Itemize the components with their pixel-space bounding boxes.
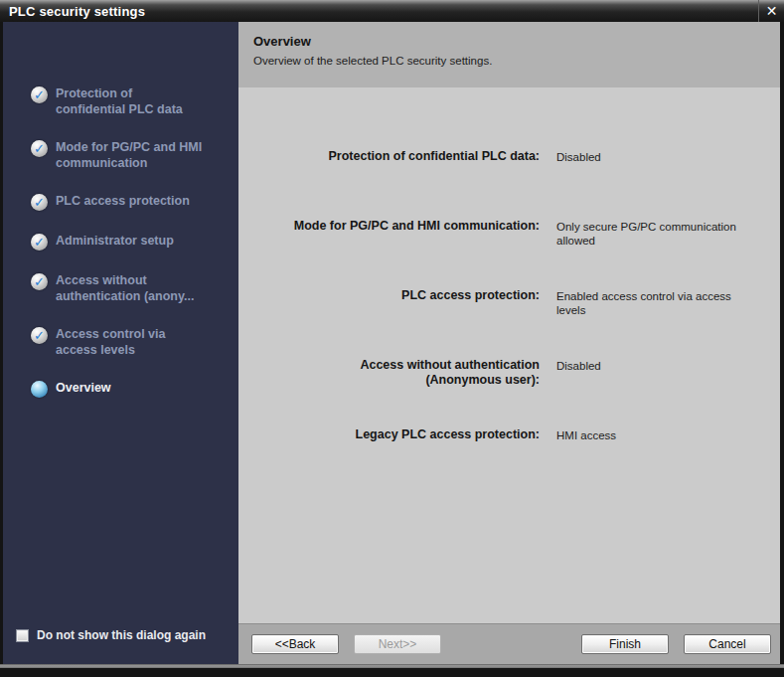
summary-value: Enabled access control via access levels [556, 288, 755, 317]
do-not-show-again-option[interactable]: Do not show this dialog again [16, 628, 206, 642]
step-pgpc-hmi-mode[interactable]: ✓ Mode for PG/PC and HMI communication [31, 139, 238, 171]
summary-value: Disabled [556, 149, 755, 164]
close-icon[interactable]: ✕ [758, 0, 784, 22]
summary-row-legacy-protection: Legacy PLC access protection: HMI access [238, 427, 780, 497]
summary-row-plc-access-protection: PLC access protection: Enabled access co… [238, 288, 780, 358]
summary-value: HMI access [556, 427, 755, 442]
step-label: Mode for PG/PC and HMI communication [56, 139, 202, 171]
summary-value: Only secure PG/PC communication allowed [556, 219, 755, 248]
step-access-control-levels[interactable]: ✓ Access control via access levels [31, 326, 238, 358]
step-completed-icon: ✓ [31, 86, 48, 103]
step-overview[interactable]: Overview [31, 380, 238, 398]
summary-row-anonymous-access: Access without authentication (Anonymous… [238, 358, 780, 427]
cancel-button[interactable]: Cancel [684, 634, 771, 654]
window-title: PLC security settings [0, 4, 145, 19]
do-not-show-again-label: Do not show this dialog again [37, 628, 206, 642]
dialog-bottom-edge [0, 664, 784, 668]
back-button[interactable]: <<Back [251, 634, 339, 654]
step-label: Protection of confidential PLC data [56, 85, 183, 117]
summary-label: Mode for PG/PC and HMI communication: [238, 219, 540, 234]
step-plc-access-protection[interactable]: ✓ PLC access protection [31, 193, 238, 211]
page-description: Overview of the selected PLC security se… [253, 55, 766, 67]
summary-label: PLC access protection: [238, 288, 540, 303]
dialog-body: ✓ Protection of confidential PLC data ✓ … [3, 22, 780, 664]
title-bar: PLC security settings ✕ [0, 0, 784, 22]
step-current-icon [31, 381, 48, 398]
summary-label: Access without authentication (Anonymous… [238, 358, 540, 388]
step-completed-icon: ✓ [31, 234, 48, 251]
wizard-sidebar: ✓ Protection of confidential PLC data ✓ … [3, 22, 238, 664]
main-panel: Overview Overview of the selected PLC se… [238, 22, 780, 664]
summary-value: Disabled [556, 358, 755, 373]
overview-summary: Protection of confidential PLC data: Dis… [238, 87, 780, 623]
summary-label: Protection of confidential PLC data: [238, 149, 540, 164]
step-label: Access without authentication (anony... [56, 272, 194, 304]
summary-label: Legacy PLC access protection: [238, 427, 540, 442]
step-completed-icon: ✓ [31, 327, 48, 344]
step-administrator-setup[interactable]: ✓ Administrator setup [31, 233, 238, 251]
summary-row-confidential-data: Protection of confidential PLC data: Dis… [238, 149, 780, 219]
next-button[interactable]: Next>> [354, 634, 441, 654]
step-protection-confidential-data[interactable]: ✓ Protection of confidential PLC data [31, 85, 238, 117]
wizard-steps: ✓ Protection of confidential PLC data ✓ … [3, 22, 238, 398]
plc-security-settings-dialog: PLC security settings ✕ ✓ Protection of … [0, 0, 784, 677]
page-header: Overview Overview of the selected PLC se… [238, 22, 780, 87]
finish-button[interactable]: Finish [581, 634, 669, 654]
step-label: Overview [56, 380, 111, 396]
do-not-show-again-checkbox[interactable] [16, 629, 29, 642]
step-access-without-auth[interactable]: ✓ Access without authentication (anony..… [31, 272, 238, 304]
step-completed-icon: ✓ [31, 273, 48, 290]
step-completed-icon: ✓ [31, 194, 48, 211]
step-label: Administrator setup [56, 233, 174, 249]
step-completed-icon: ✓ [31, 140, 48, 157]
summary-row-pgpc-hmi-mode: Mode for PG/PC and HMI communication: On… [238, 219, 780, 288]
step-label: Access control via access levels [56, 326, 165, 358]
wizard-button-bar: <<Back Next>> Finish Cancel [238, 623, 780, 664]
step-label: PLC access protection [56, 193, 190, 209]
page-title: Overview [253, 34, 766, 49]
